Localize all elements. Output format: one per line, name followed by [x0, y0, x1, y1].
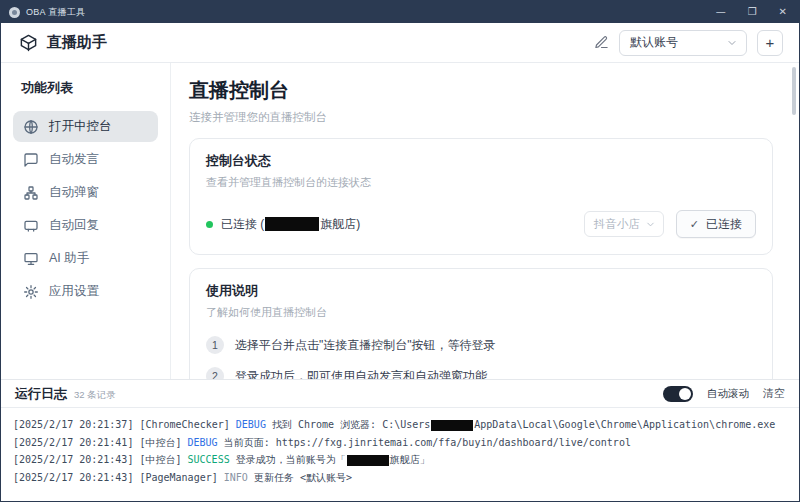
connect-button-label: 已连接 [706, 216, 742, 233]
log-panel: 运行日志 32 条记录 自动滚动 清空 [2025/2/17 20:21:37]… [1, 379, 799, 501]
connect-button[interactable]: ✓ 已连接 [676, 210, 756, 238]
usage-help-card: 使用说明 了解如何使用直播控制台 1 选择平台并点击"连接直播控制台"按钮，等待… [189, 268, 773, 379]
sidebar-item-auto-popup[interactable]: 自动弹窗 [13, 177, 158, 208]
sidebar-item-open-console[interactable]: 打开中控台 [13, 111, 158, 142]
log-line: [2025/2/17 20:21:41] [中控台] DEBUG 当前页面: h… [13, 434, 787, 452]
pencil-icon[interactable] [594, 35, 609, 50]
status-dot [206, 221, 213, 228]
console-status-card: 控制台状态 查看并管理直播控制台的连接状态 已连接 (旗舰店) 抖音小店 [189, 138, 773, 255]
instruction-step: 2 登录成功后，即可使用自动发言和自动弹窗功能 [206, 367, 756, 379]
window-title: OBA 直播工具 [26, 6, 85, 19]
maximize-button[interactable]: ❐ [748, 7, 757, 17]
redaction-box [347, 455, 389, 466]
platform-select-value: 抖音小店 [594, 217, 640, 232]
gear-icon [23, 284, 39, 300]
speech-icon [23, 152, 39, 168]
clear-log-button[interactable]: 清空 [763, 386, 785, 401]
sidebar-item-auto-speak[interactable]: 自动发言 [13, 144, 158, 175]
sidebar: 功能列表 打开中控台 自动发言 自动弹窗 自动回复 AI 助手 应用设置 [1, 63, 171, 379]
monitor-icon [23, 251, 39, 267]
log-line: [2025/2/17 20:21:43] [PageManager] INFO … [13, 469, 787, 487]
status-card-subtitle: 查看并管理直播控制台的连接状态 [206, 175, 756, 190]
log-line: [2025/2/17 20:21:43] [中控台] SUCCESS 登录成功，… [13, 451, 787, 469]
autoscroll-label: 自动滚动 [707, 387, 749, 401]
account-select-value: 默认账号 [630, 34, 678, 51]
sidebar-list: 打开中控台 自动发言 自动弹窗 自动回复 AI 助手 应用设置 [13, 111, 158, 307]
chevron-down-icon [726, 37, 738, 49]
step-text: 选择平台并点击"连接直播控制台"按钮，等待登录 [235, 337, 496, 354]
status-card-title: 控制台状态 [206, 152, 756, 170]
sitemap-icon [23, 185, 39, 201]
steps-list: 1 选择平台并点击"连接直播控制台"按钮，等待登录 2 登录成功后，即可使用自动… [206, 336, 756, 379]
reply-icon [23, 218, 39, 234]
redaction-box [265, 217, 319, 231]
account-select[interactable]: 默认账号 [619, 30, 747, 56]
scrollbar-thumb[interactable] [792, 67, 796, 115]
sidebar-item-auto-reply[interactable]: 自动回复 [13, 210, 158, 241]
instruction-step: 1 选择平台并点击"连接直播控制台"按钮，等待登录 [206, 336, 756, 354]
help-card-title: 使用说明 [206, 282, 756, 300]
check-icon: ✓ [690, 218, 699, 231]
sidebar-heading: 功能列表 [13, 79, 158, 97]
main-content: 直播控制台 连接并管理您的直播控制台 控制台状态 查看并管理直播控制台的连接状态… [171, 63, 799, 379]
chevron-down-icon [645, 219, 656, 230]
log-line: [2025/2/17 20:21:37] [ChromeChecker] DEB… [13, 416, 787, 434]
page-title: 直播控制台 [189, 77, 773, 104]
app-header: 直播助手 默认账号 + [1, 23, 799, 63]
redaction-box [431, 420, 473, 431]
help-card-subtitle: 了解如何使用直播控制台 [206, 305, 756, 320]
page-subtitle: 连接并管理您的直播控制台 [189, 110, 773, 125]
step-number: 1 [206, 336, 224, 354]
app-icon [9, 7, 20, 18]
status-text: 已连接 (旗舰店) [221, 216, 360, 233]
autoscroll-toggle[interactable] [663, 386, 693, 402]
close-button[interactable]: ✕ [779, 7, 787, 17]
sidebar-item-app-settings[interactable]: 应用设置 [13, 276, 158, 307]
minimize-button[interactable]: — [716, 7, 726, 17]
app-window: OBA 直播工具 — ❐ ✕ 直播助手 默认账号 [0, 0, 800, 502]
platform-select[interactable]: 抖音小店 [584, 211, 664, 237]
add-account-button[interactable]: + [757, 30, 783, 56]
step-text: 登录成功后，即可使用自动发言和自动弹窗功能 [235, 368, 487, 380]
package-icon [19, 33, 38, 52]
sidebar-item-ai-assistant[interactable]: AI 助手 [13, 243, 158, 274]
log-panel-title: 运行日志 [15, 385, 67, 403]
log-count-badge: 32 条记录 [74, 389, 116, 402]
page-app-title: 直播助手 [47, 33, 107, 52]
log-lines: [2025/2/17 20:21:37] [ChromeChecker] DEB… [1, 407, 799, 501]
titlebar: OBA 直播工具 — ❐ ✕ [1, 1, 799, 23]
step-number: 2 [206, 367, 224, 379]
globe-icon [23, 119, 39, 135]
